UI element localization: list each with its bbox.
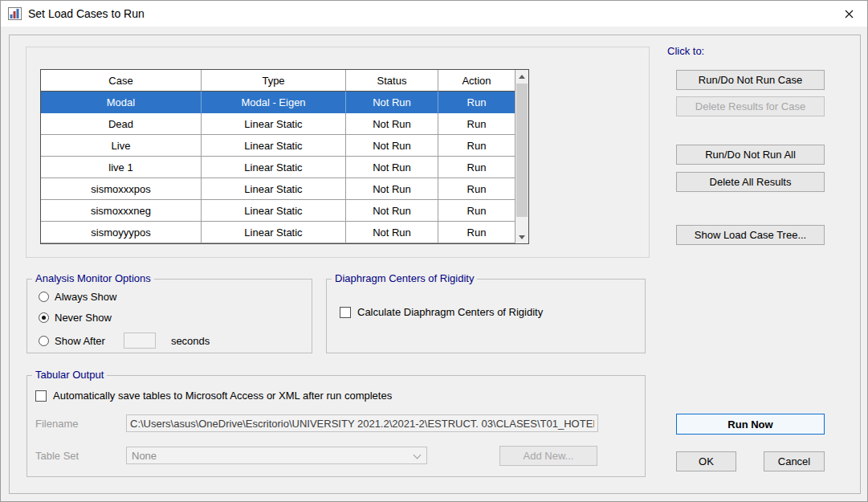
radio-show-after[interactable]: Show After seconds [39,333,210,349]
chevron-down-icon [414,451,422,459]
cell-action[interactable]: Run [438,200,515,222]
cell-action[interactable]: Run [438,113,515,135]
cell-type: Linear Static [202,200,346,222]
table-row[interactable]: sismoyyypos Linear Static Not Run Run [41,222,515,243]
checkbox-label: Calculate Diaphragm Centers of Rigidity [357,306,543,318]
load-case-grid: Case Type Status Action Modal Modal - Ei… [41,70,515,243]
table-header-row: Case Type Status Action [41,70,515,92]
table-set-dropdown[interactable]: None [126,447,427,464]
cell-status: Not Run [346,178,438,200]
table-row[interactable]: sismoxxxpos Linear Static Not Run Run [41,178,515,200]
show-after-seconds-input[interactable] [124,333,156,349]
table-row[interactable]: Modal Modal - Eigen Not Run Run [41,92,515,113]
table-row[interactable]: Dead Linear Static Not Run Run [41,113,515,135]
cell-type: Linear Static [202,113,346,135]
ok-button[interactable]: OK [676,451,736,471]
cell-status: Not Run [346,200,438,222]
cell-action[interactable]: Run [438,92,515,113]
titlebar: Set Load Cases to Run [1,1,867,27]
click-to-label: Click to: [667,45,704,57]
run-do-not-run-all-button[interactable]: Run/Do Not Run All [676,145,825,165]
cancel-button[interactable]: Cancel [764,451,825,471]
analysis-monitor-group: Analysis Monitor Options Always Show Nev… [26,279,312,353]
add-new-button[interactable]: Add New... [499,446,597,466]
run-do-not-run-case-button[interactable]: Run/Do Not Run Case [676,70,825,90]
filename-input[interactable] [126,414,598,432]
cell-status: Not Run [346,113,438,135]
checkbox-icon [35,390,47,402]
auto-save-tables-checkbox[interactable]: Automatically save tables to Microsoft A… [35,390,392,402]
seconds-label: seconds [171,335,210,347]
radio-label: Show After [55,335,105,347]
table-row[interactable]: Live Linear Static Not Run Run [41,135,515,157]
app-icon [8,7,22,20]
close-icon[interactable] [830,1,867,27]
radio-never-show[interactable]: Never Show [39,312,112,324]
radio-always-show[interactable]: Always Show [39,291,116,303]
checkbox-icon [340,307,351,318]
header-action: Action [438,70,515,92]
radio-checked-icon [39,312,49,323]
cell-case: Modal [41,92,202,113]
cell-status: Not Run [346,222,438,243]
table-set-label: Table Set [35,450,79,462]
diaphragm-group-title: Diaphragm Centers of Rigidity [332,272,477,284]
scroll-down-icon[interactable] [516,231,528,243]
tabular-output-group: Tabular Output Automatically save tables… [26,375,646,477]
cell-type: Modal - Eigen [202,92,346,113]
cell-case: sismoxxxneg [41,200,202,222]
tabular-output-title: Tabular Output [32,369,107,381]
table-set-value: None [132,450,157,462]
dialog-set-load-cases: Set Load Cases to Run Case Type Status A… [0,0,868,502]
cell-action[interactable]: Run [438,157,515,178]
radio-label: Never Show [55,312,112,324]
table-scrollbar[interactable] [515,70,528,243]
filename-label: Filename [35,418,78,430]
window-title: Set Load Cases to Run [28,7,145,20]
cell-type: Linear Static [202,135,346,157]
cell-action[interactable]: Run [438,135,515,157]
cell-action[interactable]: Run [438,222,515,243]
calculate-diaphragm-checkbox[interactable]: Calculate Diaphragm Centers of Rigidity [340,306,543,318]
analysis-monitor-title: Analysis Monitor Options [32,272,154,284]
checkbox-label: Automatically save tables to Microsoft A… [53,390,392,402]
scrollbar-thumb[interactable] [516,84,528,217]
cell-case: live 1 [41,157,202,178]
table-row[interactable]: sismoxxxneg Linear Static Not Run Run [41,200,515,222]
cell-case: Dead [41,113,202,135]
header-case: Case [41,70,202,92]
cell-action[interactable]: Run [438,178,515,200]
cell-case: sismoyyypos [41,222,202,243]
radio-icon [39,292,49,302]
delete-all-results-button[interactable]: Delete All Results [676,172,825,192]
scroll-up-icon[interactable] [516,70,528,83]
delete-results-for-case-button[interactable]: Delete Results for Case [676,96,825,116]
cell-status: Not Run [346,157,438,178]
diaphragm-group: Diaphragm Centers of Rigidity Calculate … [326,279,646,353]
table-row[interactable]: live 1 Linear Static Not Run Run [41,157,515,178]
cell-type: Linear Static [202,222,346,243]
cell-status: Not Run [346,135,438,157]
cell-type: Linear Static [202,157,346,178]
radio-label: Always Show [55,291,116,303]
header-status: Status [346,70,438,92]
header-type: Type [202,70,346,92]
cell-type: Linear Static [202,178,346,200]
run-now-button[interactable]: Run Now [676,414,825,435]
cell-case: sismoxxxpos [41,178,202,200]
cell-case: Live [41,135,202,157]
show-load-case-tree-button[interactable]: Show Load Case Tree... [676,225,825,245]
cell-status: Not Run [346,92,438,113]
radio-icon [39,336,49,346]
load-case-table: Case Type Status Action Modal Modal - Ei… [40,69,529,244]
